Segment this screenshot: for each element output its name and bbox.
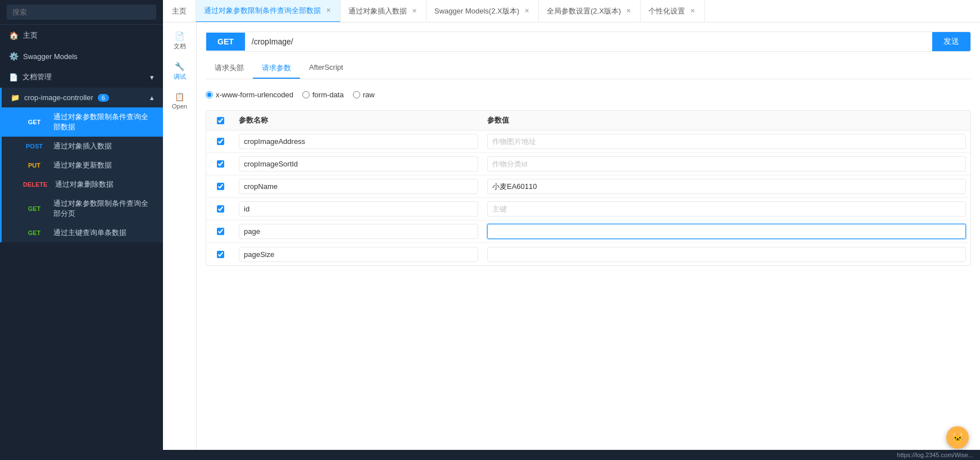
param-checkbox-5[interactable] xyxy=(217,251,224,258)
endpoint-label-3: 通过对象删除数据 xyxy=(55,179,114,190)
left-panel-doc-label: 文档 xyxy=(174,42,186,51)
param-value-input-3[interactable] xyxy=(487,201,966,217)
param-name-input-5[interactable] xyxy=(239,247,478,262)
endpoint-delete[interactable]: DELETE 通过对象删除数据 xyxy=(2,175,163,194)
param-value-input-1[interactable] xyxy=(487,156,966,172)
doc-management-left: 📄 文档管理 xyxy=(9,72,52,82)
avatar[interactable]: 🐱 xyxy=(946,426,969,449)
tab-swagger-close[interactable]: ✕ xyxy=(523,7,530,15)
sidebar-item-doc-management[interactable]: 📄 文档管理 ▾ xyxy=(0,66,163,88)
param-name-input-4[interactable] xyxy=(239,224,478,239)
param-name-input-0[interactable] xyxy=(239,134,478,149)
param-value-input-4[interactable] xyxy=(487,224,966,239)
left-panel-debug-label: 调试 xyxy=(174,73,186,81)
param-value-input-5[interactable] xyxy=(487,247,966,262)
endpoint-put-update[interactable]: PUT 通过对象更新数据 xyxy=(2,156,163,175)
method-button[interactable]: GET xyxy=(206,33,245,51)
tab-home[interactable]: 主页 xyxy=(163,0,196,22)
endpoint-label-5: 通过主键查询单条数据 xyxy=(53,228,126,238)
param-name-input-1[interactable] xyxy=(239,156,478,172)
param-checkbox-3[interactable] xyxy=(217,205,224,213)
param-checkbox-2[interactable] xyxy=(217,183,224,190)
endpoint-label-2: 通过对象更新数据 xyxy=(53,160,112,170)
tab-home-label: 主页 xyxy=(172,6,187,16)
status-bar: https://log.2345.com/Wise... xyxy=(163,450,980,460)
param-value-cell-1 xyxy=(483,154,970,174)
param-value-cell-5 xyxy=(483,245,970,264)
tab-get-all[interactable]: 通过对象参数限制条件查询全部数据 ✕ xyxy=(196,0,341,22)
radio-form-data-input[interactable] xyxy=(302,91,310,98)
tab-get-all-label: 通过对象参数限制条件查询全部数据 xyxy=(204,6,321,16)
param-checkbox-4[interactable] xyxy=(217,228,224,235)
tab-global-close[interactable]: ✕ xyxy=(624,7,632,15)
url-input[interactable] xyxy=(245,33,932,51)
tab-personalize[interactable]: 个性化设置 ✕ xyxy=(641,0,705,22)
open-panel-icon: 📋 xyxy=(175,92,184,101)
left-panel-open[interactable]: 📋 Open xyxy=(163,88,196,114)
sub-tab-headers[interactable]: 请求头部 xyxy=(206,58,253,79)
endpoint-post-insert[interactable]: POST 通过对象插入数据 xyxy=(2,137,163,156)
radio-x-www-form-label: x-www-form-urlencoded xyxy=(216,91,293,99)
param-value-cell-2 xyxy=(483,177,970,196)
left-panel-doc[interactable]: 📄 文档 xyxy=(163,27,196,55)
radio-x-www-form-input[interactable] xyxy=(206,91,213,98)
status-text: https://log.2345.com/Wise... xyxy=(897,452,973,458)
param-value-cell-4 xyxy=(483,222,970,241)
body-type-group: x-www-form-urlencoded form-data raw xyxy=(206,86,971,103)
endpoint-label-0: 通过对象参数限制条件查询全部数据 xyxy=(53,112,154,132)
tab-global-label: 全局参数设置(2.X版本) xyxy=(547,6,621,16)
tab-swagger-models[interactable]: Swagger Models(2.X版本) ✕ xyxy=(427,0,539,22)
sub-tabs: 请求头部 请求参数 AfterScript xyxy=(206,58,971,79)
radio-raw[interactable]: raw xyxy=(353,91,375,99)
controller-header-left: 📁 crop-image-controller 6 xyxy=(11,93,109,102)
param-name-cell-3 xyxy=(234,199,483,219)
endpoint-get-all[interactable]: GET 通过对象参数限制条件查询全部数据 xyxy=(2,107,163,137)
tab-insert-close[interactable]: ✕ xyxy=(410,7,418,15)
tab-swagger-label: Swagger Models(2.X版本) xyxy=(434,6,519,16)
tab-personalize-close[interactable]: ✕ xyxy=(688,7,696,15)
tabs-bar: 主页 通过对象参数限制条件查询全部数据 ✕ 通过对象插入数据 ✕ Swagger… xyxy=(163,0,980,22)
param-name-cell-1 xyxy=(234,154,483,174)
tab-insert-label: 通过对象插入数据 xyxy=(348,6,407,16)
controller-header[interactable]: 📁 crop-image-controller 6 ▴ xyxy=(2,88,163,107)
controller-badge: 6 xyxy=(98,94,109,102)
sub-tab-params[interactable]: 请求参数 xyxy=(253,58,300,79)
sidebar: 🏠 主页 ⚙️ Swagger Models 📄 文档管理 ▾ 📁 crop-i… xyxy=(0,0,163,460)
row-check-5 xyxy=(206,251,234,258)
search-input[interactable] xyxy=(7,4,156,20)
param-value-input-0[interactable] xyxy=(487,134,966,149)
sub-tab-afterscript[interactable]: AfterScript xyxy=(300,58,352,79)
param-checkbox-0[interactable] xyxy=(217,138,224,145)
tab-get-all-close[interactable]: ✕ xyxy=(324,7,332,15)
send-button[interactable]: 发送 xyxy=(932,32,970,51)
radio-raw-input[interactable] xyxy=(353,91,360,98)
param-value-input-2[interactable] xyxy=(487,179,966,194)
table-row xyxy=(206,198,970,220)
method-delete-badge-3: DELETE xyxy=(20,180,51,189)
api-panel: GET 发送 请求头部 请求参数 AfterScript x-www-form-… xyxy=(197,22,980,450)
left-panel-debug[interactable]: 🔧 调试 xyxy=(163,57,196,85)
header-value-col: 参数值 xyxy=(483,115,970,125)
tab-insert[interactable]: 通过对象插入数据 ✕ xyxy=(341,0,427,22)
params-table: 参数名称 参数值 xyxy=(206,110,971,266)
sidebar-item-home[interactable]: 🏠 主页 xyxy=(0,25,163,46)
sidebar-item-swagger-models[interactable]: ⚙️ Swagger Models xyxy=(0,46,163,66)
method-get-badge-5: GET xyxy=(20,228,49,237)
row-check-0 xyxy=(206,138,234,145)
header-checkbox[interactable] xyxy=(217,117,224,124)
home-icon: 🏠 xyxy=(9,31,19,40)
radio-form-data[interactable]: form-data xyxy=(302,91,344,99)
tab-global-settings[interactable]: 全局参数设置(2.X版本) ✕ xyxy=(539,0,641,22)
sidebar-item-swagger-label: Swagger Models xyxy=(23,52,78,61)
endpoint-get-paged[interactable]: GET 通过对象参数限制条件查询全部分页 xyxy=(2,194,163,223)
endpoint-get-single[interactable]: GET 通过主键查询单条数据 xyxy=(2,223,163,242)
table-row xyxy=(206,153,970,175)
param-name-input-3[interactable] xyxy=(239,201,478,217)
radio-x-www-form[interactable]: x-www-form-urlencoded xyxy=(206,91,293,99)
method-get-badge-0: GET xyxy=(20,118,49,127)
sidebar-item-doc-label: 文档管理 xyxy=(22,72,52,82)
controller-label: crop-image-controller xyxy=(24,93,93,102)
left-panel: 📄 文档 🔧 调试 📋 Open xyxy=(163,22,197,450)
param-checkbox-1[interactable] xyxy=(217,160,224,168)
param-name-input-2[interactable] xyxy=(239,179,478,194)
